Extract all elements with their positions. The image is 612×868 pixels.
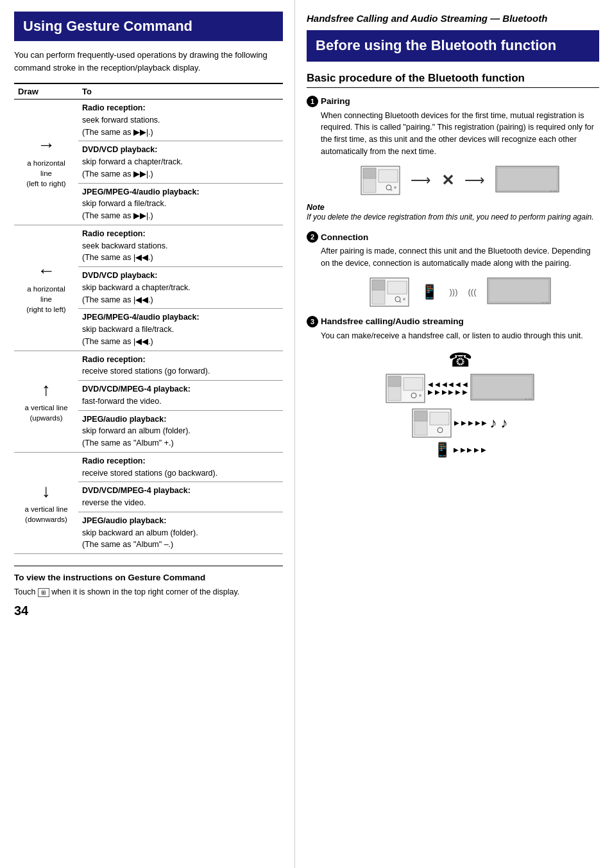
connection-title: Connection <box>321 232 368 242</box>
to-cell-2-1: DVD/VCD/MPEG-4 playback:fast-forward the… <box>78 381 283 411</box>
svg-rect-27 <box>472 376 532 399</box>
screen-svg: ·· ··· <box>495 166 559 195</box>
to-cell-0-0: Radio reception:seek forward stations.(T… <box>78 100 283 141</box>
to-cell-3-1: DVD/VCD/MPEG-4 playback:reverse the vide… <box>78 482 283 512</box>
gesture-row-2: ↑a vertical line(upwards)Radio reception… <box>14 351 283 381</box>
svg-rect-2 <box>363 168 376 178</box>
svg-point-16 <box>399 300 401 302</box>
gesture-row-3: ↓a vertical line(downwards)Radio recepti… <box>14 452 283 482</box>
circle-3: 3 <box>307 316 318 327</box>
svg-text:·· ···: ·· ··· <box>541 300 549 305</box>
item-handsfree: 3 Handsfree calling/Audio streaming You … <box>307 316 599 458</box>
page: Using Gesture Command You can perform fr… <box>0 0 612 868</box>
draw-cell-3: ↓a vertical line(downwards) <box>14 452 78 553</box>
connection-text: After pairing is made, connect this unit… <box>321 245 599 270</box>
svg-text:·· ···: ·· ··· <box>550 189 557 193</box>
intro-text: You can perform frequently-used operatio… <box>14 49 283 74</box>
note-title: Note <box>307 203 599 212</box>
unit-svg-3 <box>386 374 425 403</box>
col-to: To <box>78 83 283 100</box>
pairing-title: Pairing <box>321 96 350 106</box>
left-title: Using Gesture Command <box>14 12 283 41</box>
page-number: 34 <box>14 603 283 618</box>
pairing-diagram: ⟶ ✕ ⟶ ·· ··· <box>321 166 599 195</box>
draw-cell-0: →a horizontalline(left to right) <box>14 100 78 225</box>
to-cell-1-0: Radio reception:seek backward stations.(… <box>78 225 283 266</box>
svg-rect-8 <box>497 168 557 191</box>
draw-cell-2: ↑a vertical line(upwards) <box>14 351 78 452</box>
music-diagram: ▶ ▶ ▶ ▶ ▶ ♪ ♪ <box>321 408 599 438</box>
bottom-section-text: Touch ⊞ when it is shown in the top righ… <box>14 586 283 598</box>
music-note-icon: ♪ ♪ <box>490 415 508 431</box>
svg-rect-3 <box>378 169 398 182</box>
unit-svg-4 <box>412 408 452 438</box>
screen-svg-2: ·· ··· <box>487 277 551 307</box>
svg-point-5 <box>394 186 396 189</box>
phone-icon-music: 📱 <box>434 442 451 458</box>
unit-device <box>361 166 400 195</box>
screen-svg-3: ·· ··· <box>470 374 534 403</box>
phone-music-row: 📱 ▶ ▶ ▶ ▶ ▶ <box>321 442 599 458</box>
bottom-section-title: To view the instructions on Gesture Comm… <box>14 573 283 582</box>
arrow-2: ⟶ <box>464 172 485 189</box>
right-section-title: Basic procedure of the Bluetooth functio… <box>307 72 599 88</box>
to-cell-1-1: DVD/VCD playback:skip backward a chapter… <box>78 267 283 309</box>
gesture-row-1: ←a horizontalline(right to left)Radio re… <box>14 225 283 266</box>
call-arrows: ◀ ◀ ◀ ◀ ◀ ◀ ▶ ▶ ▶ ▶ ▶ ▶ <box>428 381 468 395</box>
touch-icon: ⊞ <box>38 588 49 597</box>
phone-diagram: ☎ ◀ ◀ ◀ ◀ ◀ ◀ ▶ ▶ ▶ ▶ ▶ ▶ <box>321 349 599 458</box>
to-cell-0-2: JPEG/MPEG-4/audio playback:skip forward … <box>78 183 283 225</box>
to-cell-3-0: Radio reception:receive stored stations … <box>78 452 283 482</box>
phone-icon-conn: 📱 <box>421 284 438 300</box>
x-mark: ✕ <box>441 171 454 189</box>
right-main-title: Before using the Bluetooth function <box>307 30 599 62</box>
svg-rect-13 <box>387 281 407 294</box>
item-pairing: 1 Pairing When connecting Bluetooth devi… <box>307 96 599 223</box>
pairing-heading: 1 Pairing <box>307 96 599 107</box>
svg-rect-12 <box>372 280 385 290</box>
unit-svg <box>361 166 400 195</box>
circle-2: 2 <box>307 231 318 243</box>
screen-device-2: ·· ··· <box>487 277 551 307</box>
screen-device: ·· ··· <box>495 166 559 195</box>
to-cell-2-2: JPEG/audio playback:skip forward an albu… <box>78 410 283 452</box>
connection-heading: 2 Connection <box>307 231 599 243</box>
svg-rect-32 <box>430 412 449 425</box>
draw-cell-1: ←a horizontalline(right to left) <box>14 225 78 351</box>
handsfree-heading: 3 Handsfree calling/Audio streaming <box>307 316 599 327</box>
to-cell-1-2: JPEG/MPEG-4/audio playback:skip backward… <box>78 309 283 351</box>
handsfree-title: Handsfree calling/Audio streaming <box>321 317 464 326</box>
phone-icon-large: ☎ <box>321 349 599 371</box>
svg-text:·· ···: ·· ··· <box>525 397 532 401</box>
gesture-table: Draw To →a horizontalline(left to right)… <box>14 83 283 554</box>
svg-rect-18 <box>489 279 549 302</box>
bottom-section: To view the instructions on Gesture Comm… <box>14 566 283 618</box>
svg-point-25 <box>419 394 421 397</box>
phone-arrows: ▶ ▶ ▶ ▶ ▶ <box>454 446 486 453</box>
svg-rect-23 <box>404 378 423 390</box>
left-column: Using Gesture Command You can perform fr… <box>0 0 295 868</box>
circle-1: 1 <box>307 96 318 107</box>
item-connection: 2 Connection After pairing is made, conn… <box>307 231 599 307</box>
svg-point-6 <box>391 189 393 191</box>
wave-left: ((( <box>468 287 477 297</box>
wave-right: ))) <box>450 287 458 297</box>
arrow-1: ⟶ <box>411 172 431 189</box>
svg-point-15 <box>403 298 405 300</box>
svg-rect-31 <box>414 411 427 421</box>
connection-diagram: 📱 ))) ((( ·· ··· <box>321 277 599 307</box>
music-arrows: ▶ ▶ ▶ ▶ ▶ <box>454 419 487 426</box>
unit-svg-2 <box>370 277 409 307</box>
call-arrows-diagram: ◀ ◀ ◀ ◀ ◀ ◀ ▶ ▶ ▶ ▶ ▶ ▶ ·· ··· <box>321 374 599 403</box>
to-cell-3-2: JPEG/audio playback:skip backward an alb… <box>78 512 283 553</box>
note-text: If you delete the device registration fr… <box>307 212 599 223</box>
to-cell-2-0: Radio reception:receive stored stations … <box>78 351 283 381</box>
gesture-row-0: →a horizontalline(left to right)Radio re… <box>14 100 283 141</box>
right-header-italic: Handsfree Calling and Audio Streaming — … <box>307 12 599 25</box>
svg-rect-22 <box>388 376 401 386</box>
note-box: Note If you delete the device registrati… <box>307 203 599 223</box>
right-column: Handsfree Calling and Audio Streaming — … <box>295 0 612 868</box>
to-cell-0-1: DVD/VCD playback:skip forward a chapter/… <box>78 141 283 183</box>
handsfree-text: You can make/receive a handsfree call, o… <box>321 330 599 342</box>
col-draw: Draw <box>14 83 78 100</box>
